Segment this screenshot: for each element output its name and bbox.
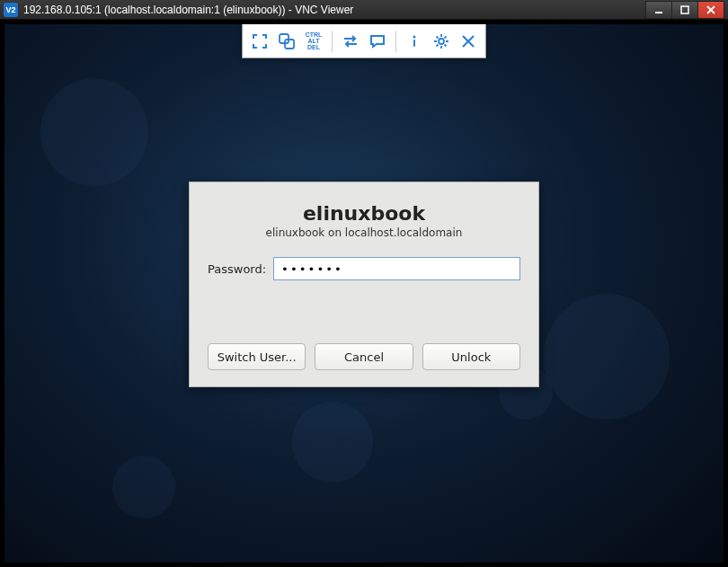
- password-label: Password:: [208, 262, 266, 276]
- cancel-button[interactable]: Cancel: [315, 343, 413, 370]
- maximize-button[interactable]: [671, 1, 698, 19]
- toolbar-separator: [395, 31, 396, 52]
- window-titlebar: V2 192.168.0.105:1 (localhost.localdomai…: [0, 0, 728, 20]
- svg-rect-7: [413, 40, 415, 47]
- toolbar-separator: [332, 31, 333, 52]
- window-title: 192.168.0.105:1 (localhost.localdomain:1…: [23, 4, 646, 16]
- switch-user-button[interactable]: Switch User...: [208, 343, 306, 370]
- fullscreen-icon[interactable]: [248, 30, 271, 53]
- scale-icon[interactable]: [275, 30, 298, 53]
- info-icon[interactable]: [403, 30, 426, 53]
- chat-icon[interactable]: [366, 30, 389, 53]
- password-input[interactable]: [273, 257, 520, 280]
- svg-rect-5: [285, 40, 294, 49]
- minimize-button[interactable]: [645, 1, 672, 19]
- lock-username: elinuxbook: [208, 202, 520, 225]
- transfer-icon[interactable]: [339, 30, 362, 53]
- window-controls: [646, 1, 724, 19]
- ctrl-alt-del-button[interactable]: CTRL ALT DEL: [302, 30, 325, 53]
- vnc-toolbar: CTRL ALT DEL: [242, 24, 486, 58]
- svg-rect-1: [681, 6, 688, 13]
- svg-rect-4: [280, 34, 289, 43]
- vnc-logo-icon: V2: [4, 3, 18, 17]
- disconnect-icon[interactable]: [457, 30, 480, 53]
- lock-screen-dialog: elinuxbook elinuxbook on localhost.local…: [189, 182, 539, 387]
- vnc-session-area: CTRL ALT DEL: [0, 20, 728, 567]
- lock-hostline: elinuxbook on localhost.localdomain: [208, 226, 520, 239]
- svg-point-8: [439, 39, 444, 44]
- close-button[interactable]: [697, 1, 724, 19]
- svg-point-6: [413, 35, 416, 38]
- dialog-button-row: Switch User... Cancel Unlock: [208, 343, 520, 370]
- unlock-button[interactable]: Unlock: [422, 343, 520, 370]
- settings-icon[interactable]: [430, 30, 453, 53]
- password-row: Password:: [208, 257, 520, 280]
